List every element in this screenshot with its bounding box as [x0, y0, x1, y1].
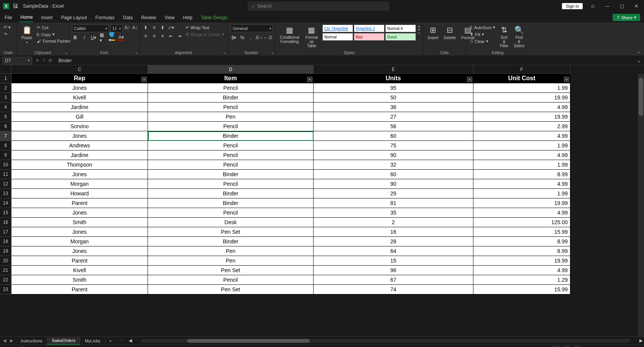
row-header-1[interactable]: 1 — [0, 74, 12, 83]
cell-C21[interactable]: Kivell — [12, 266, 148, 275]
sheet-nav-prev[interactable]: ◀ — [3, 338, 6, 343]
cell-E21[interactable]: 96 — [314, 266, 473, 275]
cell-D12[interactable]: Pencil — [148, 179, 314, 189]
conditional-formatting-button[interactable]: ▦Conditional Formatting — [278, 25, 301, 45]
cell-E17[interactable]: 16 — [314, 227, 473, 237]
cell-D9[interactable]: Pencil — [148, 150, 314, 160]
align-right-button[interactable]: ≡ — [159, 33, 166, 39]
maximize-button[interactable]: ▢ — [617, 3, 626, 9]
cancel-formula-button[interactable]: ✕ — [34, 58, 40, 63]
row-header-3[interactable]: 3 — [0, 93, 12, 102]
cell-E12[interactable]: 90 — [314, 179, 473, 189]
font-size-dropdown[interactable]: 11▾ — [110, 25, 123, 32]
cell-C14[interactable]: Parent — [12, 198, 148, 208]
row-header-11[interactable]: 11 — [0, 170, 12, 179]
cell-D18[interactable]: Binder — [148, 237, 314, 246]
cell-C18[interactable]: Morgan — [12, 237, 148, 246]
cell-E3[interactable]: 50 — [314, 93, 473, 102]
cell-C13[interactable]: Howard — [12, 189, 148, 198]
collapse-ribbon-button[interactable]: ⌄ — [633, 48, 644, 56]
row-header-13[interactable]: 13 — [0, 189, 12, 198]
cell-D11[interactable]: Binder — [148, 170, 314, 179]
tab-help[interactable]: Help — [182, 13, 193, 22]
cell-F9[interactable]: 4.99 — [473, 150, 570, 160]
name-box[interactable]: D7▾ — [2, 57, 32, 64]
fill-button[interactable]: ⬇Fill ▾ — [469, 31, 496, 37]
cell-D17[interactable]: Pen Set — [148, 227, 314, 237]
row-header-6[interactable]: 6 — [0, 122, 12, 131]
row-header-15[interactable]: 15 — [0, 208, 12, 218]
cell-F17[interactable]: 15.99 — [473, 227, 570, 237]
styles-scroll-down[interactable]: ▾ — [418, 28, 420, 31]
share-button[interactable]: ⇪ Share ▾ — [613, 14, 640, 21]
column-header-C[interactable]: C — [12, 65, 148, 74]
styles-scroll-up[interactable]: ▴ — [418, 25, 420, 28]
cell-C20[interactable]: Parent — [12, 256, 148, 266]
cell-D7[interactable]: Binder — [148, 131, 314, 141]
decrease-indent-button[interactable]: ⇤ — [168, 33, 174, 39]
cell-D15[interactable]: Pencil — [148, 208, 314, 218]
row-header-22[interactable]: 22 — [0, 275, 12, 285]
row-header-17[interactable]: 17 — [0, 227, 12, 237]
select-all-corner[interactable] — [0, 65, 12, 74]
row-header-23[interactable]: 23 — [0, 285, 12, 294]
horizontal-scrollbar[interactable] — [141, 339, 630, 343]
table-header-rep[interactable]: Rep▼ — [12, 74, 148, 83]
cell-E16[interactable]: 2 — [314, 218, 473, 227]
cell-C5[interactable]: Gill — [12, 112, 148, 122]
style-normal[interactable]: Normal — [322, 33, 353, 41]
comma-format-button[interactable]: , — [248, 35, 254, 41]
tab-home[interactable]: Home — [20, 13, 33, 22]
cell-F4[interactable]: 4.99 — [473, 102, 570, 112]
cell-E23[interactable]: 74 — [314, 285, 473, 294]
cell-D8[interactable]: Pencil — [148, 141, 314, 150]
tab-table-design[interactable]: Table Design — [200, 13, 228, 22]
vertical-scrollbar-thumb[interactable] — [639, 78, 643, 116]
number-dialog-launcher[interactable]: ↘ — [271, 51, 274, 55]
cell-F7[interactable]: 4.99 — [473, 131, 570, 141]
underline-button[interactable]: U ▾ — [90, 35, 97, 41]
increase-decimal-button[interactable]: .0→ — [256, 35, 262, 41]
minimize-button[interactable]: — — [603, 3, 612, 9]
cell-D10[interactable]: Pencil — [148, 160, 314, 170]
sign-in-button[interactable]: Sign in — [562, 3, 583, 9]
filter-button-item[interactable]: ▼ — [307, 77, 312, 82]
search-input[interactable]: ⌕ Search — [248, 2, 389, 11]
cell-F14[interactable]: 19.99 — [473, 198, 570, 208]
row-header-14[interactable]: 14 — [0, 198, 12, 208]
styles-expand[interactable]: ▿ — [418, 31, 420, 35]
row-header-20[interactable]: 20 — [0, 256, 12, 266]
align-bottom-button[interactable]: ⬇ — [159, 25, 166, 31]
orientation-button[interactable]: ⤢▾ — [168, 25, 174, 31]
row-header-18[interactable]: 18 — [0, 237, 12, 246]
cell-F10[interactable]: 1.99 — [473, 160, 570, 170]
sheet-nav-next[interactable]: ▶ — [10, 338, 13, 343]
cell-F16[interactable]: 125.00 — [473, 218, 570, 227]
tab-insert[interactable]: Insert — [40, 13, 53, 22]
hscroll-left[interactable]: ◀ — [127, 338, 133, 343]
cell-F22[interactable]: 1.29 — [473, 275, 570, 285]
cell-C15[interactable]: Jones — [12, 208, 148, 218]
font-name-dropdown[interactable]: Calibri▾ — [72, 25, 109, 32]
formula-input[interactable]: Binder — [56, 58, 634, 63]
cell-C10[interactable]: Thompson — [12, 160, 148, 170]
sheet-tab-instructions[interactable]: Instructions — [16, 337, 47, 344]
number-format-dropdown[interactable]: General▾ — [231, 25, 273, 32]
row-header-9[interactable]: 9 — [0, 150, 12, 160]
increase-font-button[interactable]: A↑ — [124, 25, 130, 31]
cell-E8[interactable]: 75 — [314, 141, 473, 150]
cell-D14[interactable]: Binder — [148, 198, 314, 208]
accept-formula-button[interactable]: ✓ — [41, 58, 47, 63]
table-header-unit-cost[interactable]: Unit Cost▼ — [473, 74, 570, 83]
style-hyperlink2[interactable]: Hyperlink 2 — [354, 25, 384, 32]
cell-C19[interactable]: Jones — [12, 246, 148, 256]
row-header-12[interactable]: 12 — [0, 179, 12, 189]
style-good[interactable]: Good — [385, 33, 416, 41]
cell-D22[interactable]: Pencil — [148, 275, 314, 285]
font-color-button[interactable]: A▾ — [118, 35, 124, 41]
tab-review[interactable]: Review — [140, 13, 157, 22]
row-header-16[interactable]: 16 — [0, 218, 12, 227]
find-select-button[interactable]: 🔍Find & Select — [512, 25, 526, 49]
row-header-21[interactable]: 21 — [0, 266, 12, 275]
column-header-E[interactable]: E — [314, 65, 473, 74]
